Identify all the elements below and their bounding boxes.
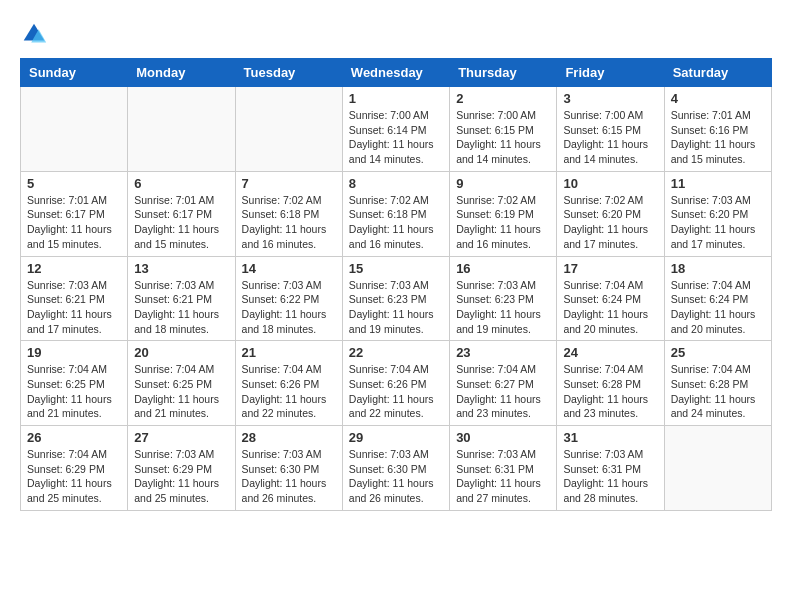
calendar-cell: 21Sunrise: 7:04 AMSunset: 6:26 PMDayligh… — [235, 341, 342, 426]
calendar-cell: 7Sunrise: 7:02 AMSunset: 6:18 PMDaylight… — [235, 171, 342, 256]
day-number: 28 — [242, 430, 336, 445]
day-info: Sunrise: 7:04 AMSunset: 6:25 PMDaylight:… — [27, 362, 121, 421]
logo — [20, 20, 52, 48]
day-info: Sunrise: 7:03 AMSunset: 6:23 PMDaylight:… — [349, 278, 443, 337]
day-info: Sunrise: 7:04 AMSunset: 6:24 PMDaylight:… — [563, 278, 657, 337]
calendar-cell: 9Sunrise: 7:02 AMSunset: 6:19 PMDaylight… — [450, 171, 557, 256]
calendar-week-row-4: 26Sunrise: 7:04 AMSunset: 6:29 PMDayligh… — [21, 426, 772, 511]
day-number: 30 — [456, 430, 550, 445]
day-number: 29 — [349, 430, 443, 445]
day-info: Sunrise: 7:03 AMSunset: 6:29 PMDaylight:… — [134, 447, 228, 506]
calendar-cell: 20Sunrise: 7:04 AMSunset: 6:25 PMDayligh… — [128, 341, 235, 426]
calendar-cell: 29Sunrise: 7:03 AMSunset: 6:30 PMDayligh… — [342, 426, 449, 511]
calendar-week-row-3: 19Sunrise: 7:04 AMSunset: 6:25 PMDayligh… — [21, 341, 772, 426]
calendar-cell: 13Sunrise: 7:03 AMSunset: 6:21 PMDayligh… — [128, 256, 235, 341]
day-info: Sunrise: 7:01 AMSunset: 6:16 PMDaylight:… — [671, 108, 765, 167]
day-number: 21 — [242, 345, 336, 360]
calendar-cell: 16Sunrise: 7:03 AMSunset: 6:23 PMDayligh… — [450, 256, 557, 341]
calendar-body: 1Sunrise: 7:00 AMSunset: 6:14 PMDaylight… — [21, 87, 772, 511]
day-number: 26 — [27, 430, 121, 445]
calendar-cell: 4Sunrise: 7:01 AMSunset: 6:16 PMDaylight… — [664, 87, 771, 172]
weekday-header-wednesday: Wednesday — [342, 59, 449, 87]
day-info: Sunrise: 7:04 AMSunset: 6:26 PMDaylight:… — [349, 362, 443, 421]
calendar-cell: 19Sunrise: 7:04 AMSunset: 6:25 PMDayligh… — [21, 341, 128, 426]
calendar-cell — [128, 87, 235, 172]
day-info: Sunrise: 7:04 AMSunset: 6:28 PMDaylight:… — [671, 362, 765, 421]
calendar-cell — [21, 87, 128, 172]
day-number: 24 — [563, 345, 657, 360]
day-number: 1 — [349, 91, 443, 106]
day-info: Sunrise: 7:03 AMSunset: 6:20 PMDaylight:… — [671, 193, 765, 252]
weekday-header-thursday: Thursday — [450, 59, 557, 87]
day-number: 20 — [134, 345, 228, 360]
day-info: Sunrise: 7:04 AMSunset: 6:29 PMDaylight:… — [27, 447, 121, 506]
day-info: Sunrise: 7:03 AMSunset: 6:31 PMDaylight:… — [456, 447, 550, 506]
day-number: 22 — [349, 345, 443, 360]
day-info: Sunrise: 7:04 AMSunset: 6:24 PMDaylight:… — [671, 278, 765, 337]
day-info: Sunrise: 7:02 AMSunset: 6:19 PMDaylight:… — [456, 193, 550, 252]
calendar-cell: 17Sunrise: 7:04 AMSunset: 6:24 PMDayligh… — [557, 256, 664, 341]
day-number: 7 — [242, 176, 336, 191]
calendar-cell: 24Sunrise: 7:04 AMSunset: 6:28 PMDayligh… — [557, 341, 664, 426]
page-header — [20, 20, 772, 48]
day-number: 2 — [456, 91, 550, 106]
calendar-cell: 27Sunrise: 7:03 AMSunset: 6:29 PMDayligh… — [128, 426, 235, 511]
calendar-cell: 22Sunrise: 7:04 AMSunset: 6:26 PMDayligh… — [342, 341, 449, 426]
day-info: Sunrise: 7:01 AMSunset: 6:17 PMDaylight:… — [134, 193, 228, 252]
day-info: Sunrise: 7:03 AMSunset: 6:23 PMDaylight:… — [456, 278, 550, 337]
day-number: 6 — [134, 176, 228, 191]
day-info: Sunrise: 7:02 AMSunset: 6:18 PMDaylight:… — [242, 193, 336, 252]
day-number: 27 — [134, 430, 228, 445]
day-info: Sunrise: 7:03 AMSunset: 6:21 PMDaylight:… — [27, 278, 121, 337]
day-info: Sunrise: 7:04 AMSunset: 6:26 PMDaylight:… — [242, 362, 336, 421]
calendar-week-row-2: 12Sunrise: 7:03 AMSunset: 6:21 PMDayligh… — [21, 256, 772, 341]
weekday-header-friday: Friday — [557, 59, 664, 87]
day-number: 5 — [27, 176, 121, 191]
calendar-cell: 6Sunrise: 7:01 AMSunset: 6:17 PMDaylight… — [128, 171, 235, 256]
calendar-cell: 28Sunrise: 7:03 AMSunset: 6:30 PMDayligh… — [235, 426, 342, 511]
calendar-cell: 25Sunrise: 7:04 AMSunset: 6:28 PMDayligh… — [664, 341, 771, 426]
day-info: Sunrise: 7:03 AMSunset: 6:21 PMDaylight:… — [134, 278, 228, 337]
day-number: 15 — [349, 261, 443, 276]
day-number: 9 — [456, 176, 550, 191]
day-info: Sunrise: 7:00 AMSunset: 6:15 PMDaylight:… — [563, 108, 657, 167]
calendar-cell: 18Sunrise: 7:04 AMSunset: 6:24 PMDayligh… — [664, 256, 771, 341]
weekday-header-monday: Monday — [128, 59, 235, 87]
day-number: 19 — [27, 345, 121, 360]
day-number: 8 — [349, 176, 443, 191]
day-info: Sunrise: 7:03 AMSunset: 6:30 PMDaylight:… — [349, 447, 443, 506]
day-info: Sunrise: 7:01 AMSunset: 6:17 PMDaylight:… — [27, 193, 121, 252]
calendar-cell: 30Sunrise: 7:03 AMSunset: 6:31 PMDayligh… — [450, 426, 557, 511]
day-info: Sunrise: 7:00 AMSunset: 6:14 PMDaylight:… — [349, 108, 443, 167]
calendar-cell: 26Sunrise: 7:04 AMSunset: 6:29 PMDayligh… — [21, 426, 128, 511]
calendar-cell: 15Sunrise: 7:03 AMSunset: 6:23 PMDayligh… — [342, 256, 449, 341]
calendar-table: SundayMondayTuesdayWednesdayThursdayFrid… — [20, 58, 772, 511]
day-number: 10 — [563, 176, 657, 191]
day-info: Sunrise: 7:02 AMSunset: 6:20 PMDaylight:… — [563, 193, 657, 252]
weekday-header-sunday: Sunday — [21, 59, 128, 87]
weekday-header-tuesday: Tuesday — [235, 59, 342, 87]
calendar-cell: 8Sunrise: 7:02 AMSunset: 6:18 PMDaylight… — [342, 171, 449, 256]
logo-icon — [20, 20, 48, 48]
calendar-cell: 2Sunrise: 7:00 AMSunset: 6:15 PMDaylight… — [450, 87, 557, 172]
day-info: Sunrise: 7:03 AMSunset: 6:30 PMDaylight:… — [242, 447, 336, 506]
calendar-cell: 14Sunrise: 7:03 AMSunset: 6:22 PMDayligh… — [235, 256, 342, 341]
calendar-cell: 23Sunrise: 7:04 AMSunset: 6:27 PMDayligh… — [450, 341, 557, 426]
calendar-cell: 10Sunrise: 7:02 AMSunset: 6:20 PMDayligh… — [557, 171, 664, 256]
day-number: 13 — [134, 261, 228, 276]
day-number: 17 — [563, 261, 657, 276]
calendar-cell: 3Sunrise: 7:00 AMSunset: 6:15 PMDaylight… — [557, 87, 664, 172]
calendar-cell — [235, 87, 342, 172]
day-info: Sunrise: 7:02 AMSunset: 6:18 PMDaylight:… — [349, 193, 443, 252]
day-number: 18 — [671, 261, 765, 276]
weekday-header-row: SundayMondayTuesdayWednesdayThursdayFrid… — [21, 59, 772, 87]
calendar-week-row-0: 1Sunrise: 7:00 AMSunset: 6:14 PMDaylight… — [21, 87, 772, 172]
calendar-cell: 1Sunrise: 7:00 AMSunset: 6:14 PMDaylight… — [342, 87, 449, 172]
day-number: 16 — [456, 261, 550, 276]
calendar-cell — [664, 426, 771, 511]
day-number: 11 — [671, 176, 765, 191]
calendar-cell: 11Sunrise: 7:03 AMSunset: 6:20 PMDayligh… — [664, 171, 771, 256]
day-number: 23 — [456, 345, 550, 360]
day-info: Sunrise: 7:03 AMSunset: 6:31 PMDaylight:… — [563, 447, 657, 506]
day-info: Sunrise: 7:04 AMSunset: 6:25 PMDaylight:… — [134, 362, 228, 421]
